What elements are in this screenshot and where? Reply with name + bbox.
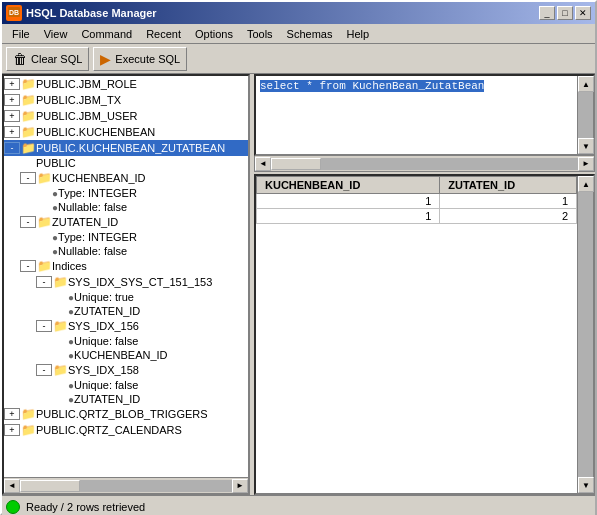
- label-public-sub: PUBLIC: [36, 157, 76, 169]
- col-header-zutaten-id: ZUTATEN_ID: [440, 177, 577, 194]
- sql-hscroll-left[interactable]: ◄: [255, 157, 271, 171]
- table-cell: 1: [257, 194, 440, 209]
- toggle-qrtz-blob[interactable]: +: [4, 408, 20, 420]
- main-content: + 📁 PUBLIC.JBM_ROLE + 📁 PUBLIC.JBM_TX + …: [2, 74, 595, 495]
- menu-bar: File View Command Recent Options Tools S…: [2, 24, 595, 44]
- toggle-jbm-role[interactable]: +: [4, 78, 20, 90]
- label-sys-idx-158: SYS_IDX_158: [68, 364, 139, 376]
- tree-item-kuchenbean[interactable]: + 📁 PUBLIC.KUCHENBEAN: [4, 124, 248, 140]
- maximize-button[interactable]: □: [557, 6, 573, 20]
- sql-hscroll-thumb[interactable]: [271, 158, 321, 170]
- folder-icon-kuchenbean-zutatbean: 📁: [20, 141, 36, 155]
- hscroll-thumb[interactable]: [20, 480, 80, 492]
- table-row: 12: [257, 209, 577, 224]
- sql-vscroll-up[interactable]: ▲: [578, 76, 594, 92]
- sql-hscroll-track[interactable]: [271, 158, 578, 170]
- toggle-sys-idx-156[interactable]: -: [36, 320, 52, 332]
- tree-item-qrtz-cal[interactable]: + 📁 PUBLIC.QRTZ_CALENDARS: [4, 422, 248, 438]
- minimize-button[interactable]: _: [539, 6, 555, 20]
- tree-item-qrtz-blob[interactable]: + 📁 PUBLIC.QRTZ_BLOB_TRIGGERS: [4, 406, 248, 422]
- label-jbm-role: PUBLIC.JBM_ROLE: [36, 78, 137, 90]
- label-kuchenbean-id-null: Nullable: false: [58, 201, 127, 213]
- label-kuchenbean: PUBLIC.KUCHENBEAN: [36, 126, 155, 138]
- tree-item-public-sub[interactable]: PUBLIC: [4, 156, 248, 170]
- menu-view[interactable]: View: [38, 26, 74, 42]
- status-bar: Ready / 2 rows retrieved: [2, 495, 595, 515]
- results-table-container[interactable]: KUCHENBEAN_ID ZUTATEN_ID 1112: [256, 176, 577, 493]
- results-vscroll-down[interactable]: ▼: [578, 477, 594, 493]
- sql-editor[interactable]: select * from KuchenBean_ZutatBean: [256, 76, 577, 154]
- tree-item-zutaten-id[interactable]: - 📁 ZUTATEN_ID: [4, 214, 248, 230]
- label-zutaten-id-type: Type: INTEGER: [58, 231, 137, 243]
- table-header-row: KUCHENBEAN_ID ZUTATEN_ID: [257, 177, 577, 194]
- folder-icon-indices: 📁: [36, 259, 52, 273]
- execute-sql-label: Execute SQL: [115, 53, 180, 65]
- clear-sql-icon: 🗑: [13, 51, 27, 67]
- results-vscroll-track[interactable]: [578, 192, 593, 477]
- execute-sql-button[interactable]: ▶ Execute SQL: [93, 47, 187, 71]
- svg-text:DB: DB: [9, 9, 19, 16]
- clear-sql-button[interactable]: 🗑 Clear SQL: [6, 47, 89, 71]
- label-sys-idx-158-unique: Unique: false: [74, 379, 138, 391]
- toggle-sys-idx-158[interactable]: -: [36, 364, 52, 376]
- toggle-sys-idx-ct[interactable]: -: [36, 276, 52, 288]
- tree-hscrollbar[interactable]: ◄ ►: [4, 477, 248, 493]
- folder-icon-qrtz-blob: 📁: [20, 407, 36, 421]
- tree-item-sys-idx-ct[interactable]: - 📁 SYS_IDX_SYS_CT_151_153: [4, 274, 248, 290]
- toggle-jbm-tx[interactable]: +: [4, 94, 20, 106]
- label-qrtz-cal: PUBLIC.QRTZ_CALENDARS: [36, 424, 182, 436]
- toggle-kuchenbean-zutatbean[interactable]: -: [4, 142, 20, 154]
- menu-help[interactable]: Help: [340, 26, 375, 42]
- label-jbm-user: PUBLIC.JBM_USER: [36, 110, 137, 122]
- hscroll-right-arrow[interactable]: ►: [232, 479, 248, 493]
- sql-vscroll-down[interactable]: ▼: [578, 138, 594, 154]
- tree-item-jbm-role[interactable]: + 📁 PUBLIC.JBM_ROLE: [4, 76, 248, 92]
- folder-icon-kuchenbean: 📁: [20, 125, 36, 139]
- tree-item-jbm-tx[interactable]: + 📁 PUBLIC.JBM_TX: [4, 92, 248, 108]
- close-button[interactable]: ✕: [575, 6, 591, 20]
- menu-options[interactable]: Options: [189, 26, 239, 42]
- toggle-jbm-user[interactable]: +: [4, 110, 20, 122]
- title-bar: DB HSQL Database Manager _ □ ✕: [2, 2, 595, 24]
- col-header-kuchenbean-id: KUCHENBEAN_ID: [257, 177, 440, 194]
- results-vscrollbar[interactable]: ▲ ▼: [577, 176, 593, 493]
- tree-item-sys-idx-156[interactable]: - 📁 SYS_IDX_156: [4, 318, 248, 334]
- results-vscroll-up[interactable]: ▲: [578, 176, 594, 192]
- toggle-qrtz-cal[interactable]: +: [4, 424, 20, 436]
- sql-vscroll-track[interactable]: [578, 92, 593, 138]
- toggle-zutaten-id[interactable]: -: [20, 216, 36, 228]
- table-cell: 1: [257, 209, 440, 224]
- tree-item-jbm-user[interactable]: + 📁 PUBLIC.JBM_USER: [4, 108, 248, 124]
- results-panel: KUCHENBEAN_ID ZUTATEN_ID 1112 ▲ ▼: [254, 174, 595, 495]
- hscroll-left-arrow[interactable]: ◄: [4, 479, 20, 493]
- tree-item-sys-idx-158[interactable]: - 📁 SYS_IDX_158: [4, 362, 248, 378]
- sql-editor-container: select * from KuchenBean_ZutatBean ▲ ▼: [254, 74, 595, 156]
- menu-schemas[interactable]: Schemas: [281, 26, 339, 42]
- folder-icon-kuchenbean-id: 📁: [36, 171, 52, 185]
- toggle-indices[interactable]: -: [20, 260, 36, 272]
- toggle-kuchenbean-id[interactable]: -: [20, 172, 36, 184]
- sql-vscrollbar[interactable]: ▲ ▼: [577, 76, 593, 154]
- tree-content[interactable]: + 📁 PUBLIC.JBM_ROLE + 📁 PUBLIC.JBM_TX + …: [4, 76, 248, 477]
- sql-hscroll-right[interactable]: ►: [578, 157, 594, 171]
- tree-item-sys-idx-158-zutaten: ● ZUTATEN_ID: [4, 392, 248, 406]
- sql-hscrollbar[interactable]: ◄ ►: [254, 156, 595, 172]
- folder-icon-jbm-user: 📁: [20, 109, 36, 123]
- label-qrtz-blob: PUBLIC.QRTZ_BLOB_TRIGGERS: [36, 408, 208, 420]
- tree-item-indices[interactable]: - 📁 Indices: [4, 258, 248, 274]
- table-row: 11: [257, 194, 577, 209]
- table-cell: 1: [440, 194, 577, 209]
- menu-file[interactable]: File: [6, 26, 36, 42]
- tree-item-zutaten-id-type: ● Type: INTEGER: [4, 230, 248, 244]
- tree-item-zutaten-id-null: ● Nullable: false: [4, 244, 248, 258]
- menu-tools[interactable]: Tools: [241, 26, 279, 42]
- sql-content[interactable]: select * from KuchenBean_ZutatBean: [260, 80, 484, 92]
- label-zutaten-id-null: Nullable: false: [58, 245, 127, 257]
- tree-item-kuchenbean-zutatbean[interactable]: - 📁 PUBLIC.KUCHENBEAN_ZUTATBEAN: [4, 140, 248, 156]
- toggle-kuchenbean[interactable]: +: [4, 126, 20, 138]
- menu-command[interactable]: Command: [75, 26, 138, 42]
- tree-item-kuchenbean-id[interactable]: - 📁 KUCHENBEAN_ID: [4, 170, 248, 186]
- menu-recent[interactable]: Recent: [140, 26, 187, 42]
- label-sys-idx-156-unique: Unique: false: [74, 335, 138, 347]
- hscroll-track[interactable]: [20, 480, 232, 492]
